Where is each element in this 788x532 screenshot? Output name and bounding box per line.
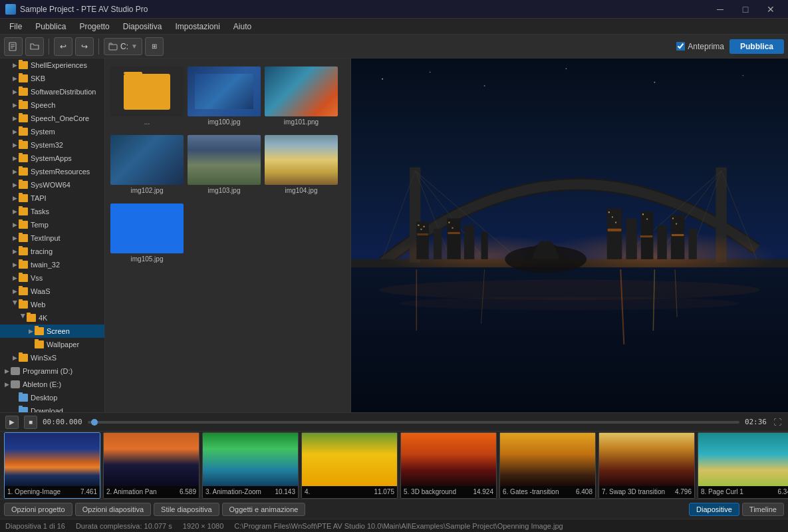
file-item-img105[interactable]: img105.jpg	[110, 201, 184, 265]
arrow-icon: ▶	[11, 154, 19, 162]
window-controls: ─ □ ✕	[708, 0, 783, 19]
slide-item-8[interactable]: AB 4.0 8. Page Curl 1 6.34	[698, 432, 788, 499]
sidebar-item-syswow64[interactable]: ▶ SysWOW64	[0, 178, 104, 192]
open-button[interactable]	[25, 37, 44, 56]
slide-thumbnail	[5, 433, 100, 486]
sidebar-item-tapi[interactable]: ▶ TAPI	[0, 192, 104, 205]
sidebar-item-speech[interactable]: ▶ Speech	[0, 98, 104, 112]
arrow-icon	[11, 394, 19, 402]
menu-file[interactable]: File	[3, 19, 29, 35]
sidebar-item-systemapps[interactable]: ▶ SystemApps	[0, 152, 104, 165]
sidebar-item-vss[interactable]: ▶ Vss	[0, 271, 104, 285]
sidebar-item-skb[interactable]: ▶ SKB	[0, 72, 104, 85]
menu-pubblica[interactable]: Pubblica	[29, 19, 72, 35]
sidebar-item-systemresources[interactable]: ▶ SystemResources	[0, 165, 104, 178]
file-item-img100[interactable]: img100.jpg	[188, 64, 261, 128]
slide-item-2[interactable]: AB 2.616 2. Animation Pan 6.589	[103, 432, 199, 499]
preview-check[interactable]	[676, 42, 685, 51]
menu-progetto[interactable]: Progetto	[72, 19, 116, 35]
sidebar-item-download[interactable]: Download	[0, 404, 104, 412]
view-toggle[interactable]: ⊞	[145, 37, 164, 56]
oggetti-animazione-button[interactable]: Oggetti e animazione	[222, 503, 306, 516]
options-progetto-button[interactable]: Opzioni progetto	[4, 503, 72, 516]
sidebar-item-twain32[interactable]: ▶ twain_32	[0, 258, 104, 271]
slide-thumbnail	[401, 433, 496, 486]
file-item-img101[interactable]: img101.png	[265, 64, 338, 128]
arrow-icon: ▶	[11, 114, 19, 122]
arrow-icon: ▶	[11, 261, 19, 269]
minimize-button[interactable]: ─	[708, 0, 732, 19]
titlebar: Sample Project - PTE AV Studio Pro ─ □ ✕	[0, 0, 788, 19]
diapositive-tab[interactable]: Diapositive	[689, 503, 739, 516]
slide-thumbnail	[302, 433, 397, 486]
path-dropdown-icon[interactable]: ▼	[131, 43, 138, 50]
folder-icon	[19, 234, 28, 242]
sidebar-item-web[interactable]: ▶ Web	[0, 298, 104, 311]
menubar: File Pubblica Progetto Diapositiva Impos…	[0, 19, 788, 35]
folder-icon	[35, 327, 44, 335]
arrow-icon: ▶	[19, 314, 27, 322]
stop-button[interactable]: ■	[24, 416, 37, 429]
close-button[interactable]: ✕	[759, 0, 783, 19]
sidebar-item-winsxs[interactable]: ▶ WinSxS	[0, 351, 104, 364]
sidebar-item-desktop[interactable]: Desktop	[0, 391, 104, 404]
sidebar-item-wallpaper[interactable]: Wallpaper	[0, 338, 104, 351]
path-info: C:\Program Files\WnSoft\PTE AV Studio 10…	[234, 522, 563, 530]
svg-rect-48	[417, 233, 428, 235]
slide-thumbnail	[698, 433, 788, 486]
sidebar-item-tasks[interactable]: ▶ Tasks	[0, 205, 104, 218]
new-button[interactable]	[4, 37, 23, 56]
timeline-tab[interactable]: Timeline	[742, 503, 784, 516]
file-item-parent[interactable]: ...	[110, 64, 184, 128]
redo-button[interactable]: ↪	[75, 37, 94, 56]
fullscreen-button[interactable]: ⛶	[772, 417, 783, 428]
sidebar-item-softwaredistribution[interactable]: ▶ SoftwareDistribution	[0, 85, 104, 98]
menu-aiuto[interactable]: Aiuto	[227, 19, 258, 35]
preview-svg	[351, 59, 788, 412]
sidebar-item-programmi[interactable]: ▶ Programmi (D:)	[0, 364, 104, 378]
sidebar-item-system[interactable]: ▶ System	[0, 125, 104, 138]
menu-impostazioni[interactable]: Impostazioni	[168, 19, 226, 35]
slide-item-7[interactable]: AB 3.221 7. Swap 3D transition 4.796	[598, 432, 695, 499]
sidebar-item-ableton[interactable]: ▶ Ableton (E:)	[0, 378, 104, 391]
sidebar-item-temp[interactable]: ▶ Temp	[0, 218, 104, 231]
file-item-img103[interactable]: img103.jpg	[188, 132, 261, 197]
slide-item-6[interactable]: AB 3.548 6. Gates -transition 6.408	[499, 432, 596, 499]
folder-icon	[19, 261, 28, 269]
publish-button[interactable]: Pubblica	[729, 39, 784, 54]
timeline-slider[interactable]	[88, 421, 739, 424]
svg-rect-41	[608, 211, 610, 213]
play-button[interactable]: ▶	[5, 416, 19, 429]
slide-item-1[interactable]: AB 0.0 1. Opening-Image 7.461	[4, 432, 100, 499]
slide-item-5[interactable]: AB 2.0 5. 3D background 14.924	[400, 432, 497, 499]
sidebar-item-textinput[interactable]: ▶ TextInput	[0, 231, 104, 245]
arrow-icon: ▶	[11, 207, 19, 215]
slide-item-4[interactable]: AB 3.153 4. 11.075	[301, 432, 398, 499]
app-icon	[5, 4, 16, 15]
slide-item-3[interactable]: AB 2.0 3. Animation-Zoom 10.143	[202, 432, 299, 499]
duration-info: Durata complessiva: 10.077 s	[76, 522, 172, 530]
file-item-img102[interactable]: img102.jpg	[110, 132, 184, 197]
stile-diapositiva-button[interactable]: Stile diapositiva	[154, 503, 219, 516]
sidebar-item-4k[interactable]: ▶ 4K	[0, 311, 104, 325]
folder-icon	[19, 154, 28, 162]
menu-diapositiva[interactable]: Diapositiva	[116, 19, 169, 35]
undo-button[interactable]: ↩	[54, 37, 72, 56]
sidebar-item-system32[interactable]: ▶ System32	[0, 138, 104, 152]
sidebar-item-tracing[interactable]: ▶ tracing	[0, 245, 104, 258]
svg-rect-29	[481, 232, 488, 259]
svg-rect-43	[615, 222, 616, 223]
preview-image	[351, 59, 788, 412]
options-diapositiva-button[interactable]: Opzioni diapositiva	[75, 503, 151, 516]
maximize-button[interactable]: □	[733, 0, 757, 19]
file-item-img104[interactable]: img104.jpg	[265, 132, 338, 197]
sidebar-item-waas[interactable]: ▶ WaaS	[0, 285, 104, 298]
preview-label: Anteprima	[688, 42, 724, 51]
preview-checkbox[interactable]: Anteprima	[676, 42, 724, 51]
sidebar-item-shellexperiences[interactable]: ▶ ShellExperiences	[0, 59, 104, 72]
slide-thumbnail	[500, 433, 595, 486]
bottom-right-buttons: Diapositive Timeline	[689, 503, 784, 516]
sidebar-item-speechonecore[interactable]: ▶ Speech_OneCore	[0, 112, 104, 125]
slide-info: 3. Animation-Zoom 10.143	[203, 486, 298, 498]
sidebar-item-screen[interactable]: ▶ Screen	[0, 325, 104, 338]
